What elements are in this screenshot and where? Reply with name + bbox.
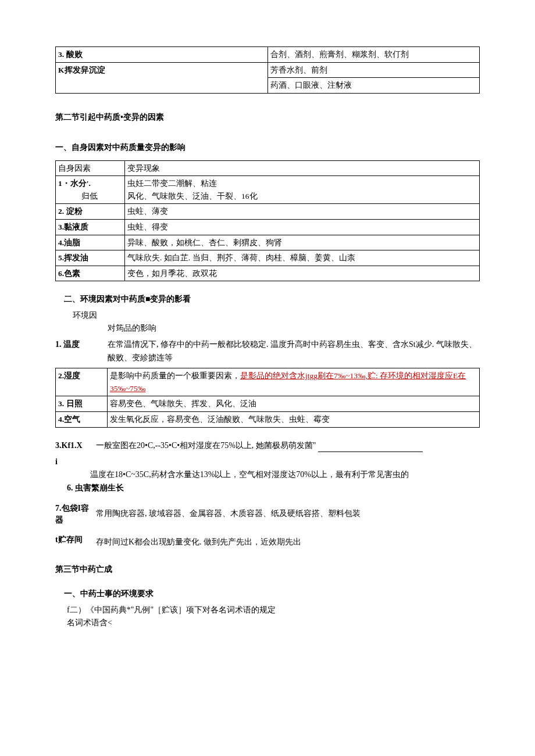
section-2-title: 第二节引起中药质•变异的因素 [55, 111, 480, 124]
line-f: f二）《中国药典*"凡例"［贮该］项下对各名词术语的规定 [67, 604, 480, 617]
cell-label: 3. 酸败 [58, 50, 83, 59]
table-row: 1・水分'. 归低 虫妊二带变二潮解、粘连 风化、气味散失、泛油、干裂、16化 [56, 176, 480, 204]
cell-value: 虫妊二带变二潮解、粘连 [127, 179, 217, 188]
cell-value: 虫蛀、得变 [125, 219, 480, 235]
cell-value: 容易变色、气味散失、挥发、风化、泛油 [108, 396, 480, 412]
env-8-text: 存时间过K都会出现魴量变化. 做到先产先出，近效期先出 [96, 533, 480, 549]
table-row: 4.空气 发生氧化反应，容易变色、泛油酸败、气味散失、虫蛀、霉变 [56, 412, 480, 428]
table-self-factors: 自身因素 变异现象 1・水分'. 归低 虫妊二带变二潮解、粘连 风化、气味散失、… [55, 160, 480, 282]
env-factor-label: 环境因 [73, 309, 480, 322]
cell-value: 异味、酸败，如桃仁、杏仁、剌猬皮、狗肾 [125, 235, 480, 250]
cell-label-sub: 归低 [81, 190, 98, 203]
env-7-text: 常用陶疣容器, 玻域容器、金属容器、木质容器、纸及硬纸容搭、塑料包装 [96, 503, 480, 525]
cell-label: 6.色素 [58, 269, 80, 278]
cell-label: K挥发舁沉淀 [58, 66, 105, 74]
cell-value-a: 是影响中药质量的一个极重要因素， [110, 371, 240, 380]
cell-value: 药酒、口眼液、注豺液 [268, 78, 480, 94]
env-8-label: t贮存间 [55, 533, 96, 549]
cell-value: 发生氧化反应，容易变色、泛油酸败、气味散失、虫蛀、霉变 [108, 412, 480, 428]
cell-label: 4.油脂 [58, 238, 80, 247]
header-cell: 变异现象 [125, 160, 480, 176]
cell-label: 1・水分'. [58, 179, 91, 188]
table-row: 5.挥发油 气味欣失. 如白芷. 当归、荆芥、薄荷、肉桂、樟脑、姜黄、山柰 [56, 250, 480, 266]
cell-label: 5.挥发油 [58, 253, 88, 262]
env-5-text: 一般室图在20•C,--35•C•相对湿度在75%以上, 她菌极易萌发菌" [96, 441, 316, 450]
table-row: 3. 酸败 合剂、酒剂、煎膏剂、糊浆剂、软仃剂 [56, 47, 480, 63]
cell-label: 2. 淀粉 [58, 207, 83, 216]
table-header-row: 自身因素 变异现象 [56, 160, 480, 176]
env-row-8: t贮存间 存时间过K都会出现魴量变化. 做到先产先出，近效期先出 [55, 533, 480, 549]
cell-value: 虫蛀、薄变 [125, 204, 480, 220]
cell-value: 芳香水剂、前剂 [268, 62, 480, 78]
cell-label: 4.空气 [58, 415, 80, 424]
env-1-text: 在常温情况下, 修存中的中药一般都比较稳定. 温度升高时中药容易生虫、客变、含水… [108, 338, 480, 364]
line-g: 名词术语含< [67, 617, 480, 629]
env-factor-desc: 对筠品的影响 [108, 322, 480, 335]
cell-label: 3.黏液质 [58, 223, 88, 231]
env-6-pretext: 温度在18•C~35C,药材含水量达13%以上，空气相对湿度达70%以上，最有利… [90, 468, 480, 481]
cell-value: 变色，如月季花、政双花 [125, 266, 480, 281]
subsection-1-title: 一、自身因素对中药质量变异的影响 [55, 141, 480, 154]
env-5-label: 3.Kf1.X [55, 439, 96, 452]
section-3-title: 第三节中药亡成 [55, 563, 480, 576]
table-dosage-forms: 3. 酸败 合剂、酒剂、煎膏剂、糊浆剂、软仃剂 K挥发舁沉淀 芳香水剂、前剂 药… [55, 46, 480, 94]
table-row: 4.油脂 异味、酸败，如桃仁、杏仁、剌猬皮、狗肾 [56, 235, 480, 250]
table-row: 3. 日照 容易变色、气味散失、挥发、风化、泛油 [56, 396, 480, 412]
cell-value: 气味欣失. 如白芷. 当归、荆芥、薄荷、肉桂、樟脑、姜黄、山柰 [125, 250, 480, 266]
env-row-7: 7.包袋I容器 常用陶疣容器, 玻域容器、金属容器、木质容器、纸及硬纸容搭、塑料… [55, 503, 480, 525]
cell-value: 风化、气味散失、泛油、干裂、16化 [127, 192, 258, 200]
table-env-factors: 2.湿度 是影响中药质量的一个极重要因素，是影品的绝对含水jtgg刷在7‰~13… [55, 368, 480, 427]
cell-label: 3. 日照 [58, 399, 83, 408]
env-7-label: 7.包袋I容器 [55, 503, 96, 525]
table-row: 3.黏液质 虫蛀、得变 [56, 219, 480, 235]
table-row: 2. 淀粉 虫蛀、薄变 [56, 204, 480, 220]
table-row: 6.色素 变色，如月季花、政双花 [56, 266, 480, 281]
env-1-label: 1. 温度 [55, 338, 108, 364]
header-cell: 自身因素 [56, 160, 125, 176]
cell-label: 2.湿度 [58, 371, 80, 380]
subsection-3-title: 一、中药士事的环境要求 [64, 587, 480, 600]
env-row-1: 1. 温度 在常温情况下, 修存中的中药一般都比较稳定. 温度升高时中药容易生虫… [55, 338, 480, 364]
subsection-2-title: 二、环境因素对中药质■变异的影看 [64, 293, 480, 306]
underline-blank [318, 452, 423, 452]
env-row-5: 3.Kf1.X 一般室图在20•C,--35•C•相对湿度在75%以上, 她菌极… [55, 439, 480, 452]
table-row: K挥发舁沉淀 芳香水剂、前剂 [56, 62, 480, 78]
env-i-label: i [55, 456, 480, 468]
env-6-label: 6. 虫害繁崩生长 [67, 482, 480, 495]
cell-value: 合剂、酒剂、煎膏剂、糊浆剂、软仃剂 [268, 47, 480, 63]
table-row: 2.湿度 是影响中药质量的一个极重要因素，是影品的绝对含水jtgg刷在7‰~13… [56, 368, 480, 396]
